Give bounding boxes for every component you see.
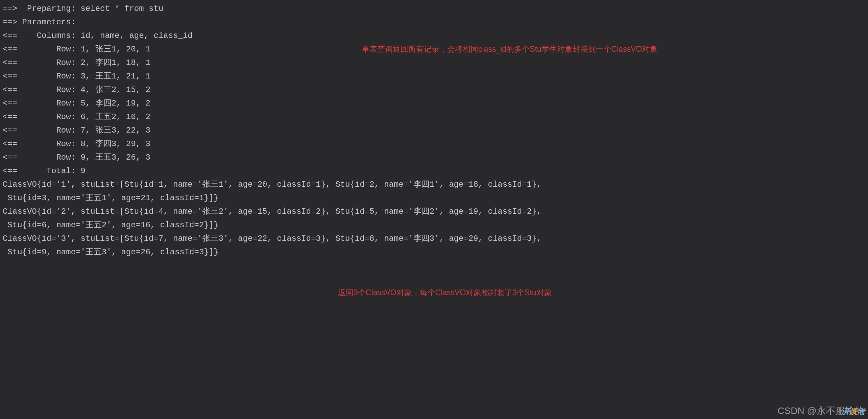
log-row: <== Row: 9, 王五3, 26, 3 [3,151,865,164]
log-output-line: ClassVO{id='2', stuList=[Stu{id=4, name=… [3,205,865,218]
annotation-return-three: 返回3个ClassVO对象，每个ClassVO对象都封装了3个Stu对象 [338,286,552,299]
annotation-single-table: 单表查询返回所有记录，会将相同class_id的多个Stu学生对象封装到一个Cl… [362,42,657,56]
log-row: <== Row: 8, 李四3, 29, 3 [3,137,865,151]
watermark-logo: 开发者 [843,405,866,418]
log-total: <== Total: 9 [3,164,865,178]
log-output-line: Stu{id=6, name='王五2', age=16, classId=2}… [3,218,865,232]
log-row: <== Row: 5, 李四2, 19, 2 [3,97,865,110]
log-columns: <== Columns: id, name, age, class_id [3,29,865,43]
log-output-line: ClassVO{id='3', stuList=[Stu{id=7, name=… [3,232,865,246]
log-output-line: Stu{id=9, name='王五3', age=26, classId=3}… [3,246,865,259]
log-row: <== Row: 4, 张三2, 15, 2 [3,83,865,97]
log-parameters: ==> Parameters: [3,16,865,29]
log-row: <== Row: 6, 王五2, 16, 2 [3,110,865,124]
log-row: <== Row: 3, 王五1, 21, 1 [3,70,865,83]
log-preparing: ==> Preparing: select * from stu [3,2,865,16]
log-row: <== Row: 7, 张三3, 22, 3 [3,124,865,137]
log-row: <== Row: 2, 李四1, 18, 1 [3,56,865,70]
log-output-line: ClassVO{id='1', stuList=[Stu{id=1, name=… [3,178,865,191]
log-output-line: Stu{id=3, name='王五1', age=21, classId=1}… [3,191,865,205]
